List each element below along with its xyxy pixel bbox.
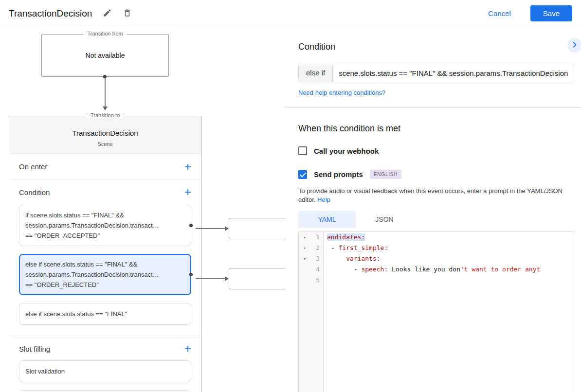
fold-arrow-icon[interactable]: ▾ (299, 253, 310, 264)
main-area: Transition from Not available Transition… (0, 27, 581, 392)
condition-details-panel: Condition else if Need help entering con… (285, 27, 581, 392)
connector-dot (103, 75, 107, 78)
prompt-hint-text: To provide audio or visual feedback when… (298, 187, 571, 204)
editor-line: ▾ 3 variants: (299, 253, 574, 264)
cancel-button[interactable]: Cancel (488, 9, 511, 18)
fold-arrow-icon[interactable]: ▾ (299, 232, 310, 243)
condition-text: == "ORDER_REJECTED" (25, 280, 185, 290)
tab-json[interactable]: JSON (356, 211, 413, 228)
condition-text: else if scene.slots.status == "FINAL" && (25, 259, 185, 269)
webhook-label[interactable]: Call your webhook (314, 147, 379, 155)
arrowhead-down-icon (103, 107, 108, 110)
condition-card[interactable]: if scene.slots.status == "FINAL" && sess… (19, 205, 191, 246)
collapse-panel-button[interactable] (567, 38, 581, 53)
code-text: - first_simple: (323, 243, 388, 253)
hint-text: To provide audio or visual feedback when… (298, 187, 563, 203)
code-text (323, 275, 327, 285)
chevron-right-icon (570, 40, 580, 51)
help-link[interactable]: Help (317, 196, 330, 203)
scene-type-label: Scene (14, 141, 196, 147)
on-enter-row[interactable]: On enter + (9, 154, 201, 179)
add-condition-icon[interactable]: + (184, 187, 191, 197)
arrowhead-right-icon (225, 276, 229, 281)
condition-expression-row: else if (298, 64, 574, 82)
condition-help-link[interactable]: Need help entering conditions? (298, 89, 385, 96)
condition-text: session.params.TransactionDecision.trans… (25, 269, 185, 280)
connector-line (196, 278, 226, 279)
delete-scene-button[interactable] (123, 8, 132, 19)
line-number: 5 (310, 275, 323, 285)
fold-spacer (299, 264, 310, 275)
add-slot-icon[interactable]: + (184, 344, 191, 354)
line-number: 4 (310, 264, 323, 275)
connector-line (105, 78, 106, 107)
clipped-card[interactable] (19, 390, 191, 392)
condition-card-selected[interactable]: else if scene.slots.status == "FINAL" &&… (19, 254, 191, 295)
code-text: - speech: Looks like you don't want to o… (323, 264, 540, 275)
pencil-icon (103, 8, 112, 19)
transition-to-legend: Transition to (87, 112, 124, 118)
slot-validation-card[interactable]: Slot validation (19, 360, 191, 382)
transition-from-content: Not available (86, 52, 125, 59)
slot-filling-section: Slot filling + Slot validation (9, 336, 201, 392)
condition-text: session.params.TransactionDecision.trans… (25, 220, 185, 231)
editor-format-tabs: YAML JSON (298, 211, 574, 228)
save-button[interactable]: Save (530, 5, 572, 21)
line-number: 2 (310, 243, 323, 253)
condition-section: Condition + if scene.slots.status == "FI… (9, 179, 201, 336)
edit-title-button[interactable] (103, 8, 112, 19)
transition-to-node: Transition to TransactionDecision Scene … (9, 116, 201, 392)
page-title: TransactionDecision (9, 8, 92, 19)
code-text: andidates: (323, 232, 365, 243)
condition-text: if scene.slots.status == "FINAL" && (25, 210, 185, 220)
editor-line: 4 - speech: Looks like you don't want to… (299, 264, 574, 275)
transition-from-node: Transition from Not available (41, 34, 169, 77)
when-met-title: When this condition is met (298, 124, 574, 134)
yaml-code-editor[interactable]: ▾ 1 andidates: ▾ 2 - first_simple: ▾ 3 v… (298, 232, 574, 392)
scene-diagram-canvas: Transition from Not available Transition… (0, 27, 285, 392)
condition-text: == "ORDER_ACCEPTED" (25, 231, 185, 241)
editor-line: 5 (299, 275, 574, 285)
condition-expression-input[interactable] (333, 64, 574, 82)
send-prompts-row: Send prompts ENGLISH (298, 170, 574, 179)
code-text: variants: (323, 253, 381, 264)
transition-from-legend: Transition from (84, 31, 127, 36)
scene-name: TransactionDecision (14, 129, 196, 137)
condition-text: else if scene.slots.status == "FINAL" (25, 309, 185, 319)
connector-dot (189, 273, 193, 276)
webhook-row: Call your webhook (298, 146, 574, 155)
condition-prefix-label: else if (299, 64, 333, 82)
gutter-divider (323, 232, 324, 392)
line-number: 1 (310, 232, 323, 243)
on-enter-label: On enter (19, 162, 47, 171)
when-condition-met-section: When this condition is met Call your web… (285, 108, 581, 392)
language-badge: ENGLISH (370, 170, 402, 179)
add-on-enter-icon[interactable]: + (184, 162, 191, 172)
condition-card[interactable]: else if scene.slots.status == "FINAL" (19, 303, 191, 325)
connector-line (196, 228, 226, 229)
line-number: 3 (310, 253, 323, 264)
fold-arrow-icon[interactable]: ▾ (299, 243, 310, 253)
send-prompts-label[interactable]: Send prompts (314, 170, 363, 178)
condition-section-label: Condition (19, 188, 50, 196)
tab-yaml[interactable]: YAML (298, 211, 356, 228)
transition-target-node[interactable] (229, 218, 285, 239)
editor-line: ▾ 1 andidates: (299, 232, 574, 243)
condition-editor-section: Condition else if Need help entering con… (285, 27, 581, 107)
scene-header[interactable]: TransactionDecision Scene (9, 116, 201, 154)
slot-card-label: Slot validation (25, 366, 185, 376)
top-bar: TransactionDecision Cancel Save (0, 0, 581, 27)
transition-target-node[interactable] (229, 268, 285, 289)
trash-icon (123, 8, 132, 19)
slot-filling-section-label: Slot filling (19, 345, 50, 353)
editor-line: ▾ 2 - first_simple: (299, 243, 574, 253)
connector-dot (189, 224, 193, 227)
panel-title: Condition (298, 42, 574, 52)
fold-spacer (299, 275, 310, 285)
arrowhead-right-icon (225, 226, 229, 231)
send-prompts-checkbox[interactable] (298, 170, 307, 179)
webhook-checkbox[interactable] (298, 146, 307, 155)
